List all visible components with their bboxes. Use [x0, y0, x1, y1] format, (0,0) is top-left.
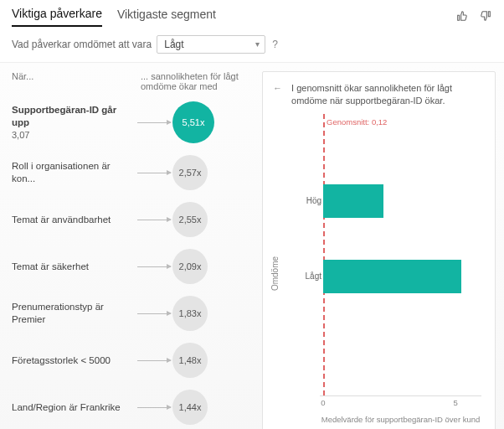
bar-row: Lågt: [323, 256, 461, 297]
arrow-icon: [137, 220, 171, 220]
detail-panel: ← I genomsnitt ökar sannolikheten för lå…: [262, 71, 496, 429]
bar-row: Hög: [323, 181, 383, 221]
detail-title: I genomsnitt ökar sannolikheten för lågt…: [291, 82, 485, 107]
influencer-label: Temat är användbarhet: [12, 214, 137, 226]
influencer-row[interactable]: Företagsstorlek < 50001,48x: [12, 343, 259, 378]
tab-key-influencers[interactable]: Viktiga påverkare: [12, 7, 102, 27]
influencer-label: Företagsstorlek < 5000: [12, 354, 137, 367]
thumbs-up-icon[interactable]: [455, 9, 469, 25]
influencer-value-bubble: 2,57x: [172, 155, 208, 190]
influencer-row[interactable]: Temat är användbarhet2,55x: [12, 202, 259, 237]
influencer-row[interactable]: Temat är säkerhet2,09x: [12, 249, 259, 284]
influencer-value-bubble: 5,51x: [172, 101, 214, 143]
influencer-row[interactable]: Prenumerationstyp är Premier1,83x: [12, 296, 259, 331]
influencer-value-bubble: 2,09x: [172, 249, 208, 284]
tab-top-segments[interactable]: Viktigaste segment: [117, 8, 216, 26]
arrow-icon: [137, 360, 171, 361]
chevron-down-icon: ▾: [255, 39, 260, 49]
influencer-row[interactable]: Supportbegäran-ID går upp3,075,51x: [12, 101, 259, 143]
influencer-value-bubble: 1,83x: [172, 296, 208, 331]
influencer-label: Land/Region är Frankrike: [12, 401, 137, 414]
detail-chart: Omdöme Genomsnitt: 0,12 HögLågt 0 5 Mede…: [290, 114, 485, 424]
column-likelihood: ... sannolikheten för lågt omdöme ökar m…: [137, 71, 259, 91]
influencer-row[interactable]: Roll i organisationen är kon...2,57x: [12, 155, 259, 190]
arrow-icon: [137, 122, 171, 123]
influencer-value-bubble: 1,48x: [172, 343, 208, 378]
influencer-label: Supportbegäran-ID går upp3,07: [12, 104, 137, 141]
bar-category-label: Hög: [293, 196, 321, 205]
back-arrow-icon[interactable]: ←: [273, 82, 285, 107]
column-when: När...: [12, 71, 137, 91]
influencer-label: Prenumerationstyp är Premier: [12, 301, 137, 326]
influencer-value-bubble: 2,55x: [172, 202, 208, 237]
x-tick: 0: [321, 398, 325, 407]
influencer-value-bubble: 1,44x: [172, 390, 208, 425]
thumbs-down-icon[interactable]: [479, 9, 492, 25]
influencer-label: Temat är säkerhet: [12, 261, 137, 273]
bar-category-label: Lågt: [293, 271, 321, 281]
bar: [323, 184, 383, 218]
average-label: Genomsnitt: 0,12: [327, 117, 387, 127]
y-axis-label: Omdöme: [270, 256, 280, 291]
x-axis-label: Medelvärde för supportbegäran-ID över ku…: [320, 415, 481, 424]
arrow-icon: [137, 266, 171, 267]
arrow-icon: [137, 313, 171, 314]
arrow-icon: [137, 173, 171, 173]
target-value-dropdown[interactable]: Lågt ▾: [157, 35, 265, 54]
influencer-row[interactable]: Land/Region är Frankrike1,44x: [12, 390, 259, 425]
help-icon[interactable]: ?: [270, 39, 280, 50]
arrow-icon: [137, 407, 171, 408]
influencer-sublabel: 3,07: [12, 129, 132, 141]
analyze-sentence-prefix: Vad påverkar omdömet att vara: [12, 39, 152, 50]
x-tick: 5: [453, 398, 457, 407]
influencer-label: Roll i organisationen är kon...: [12, 160, 137, 185]
bar: [323, 260, 461, 293]
dropdown-value: Lågt: [164, 39, 183, 50]
